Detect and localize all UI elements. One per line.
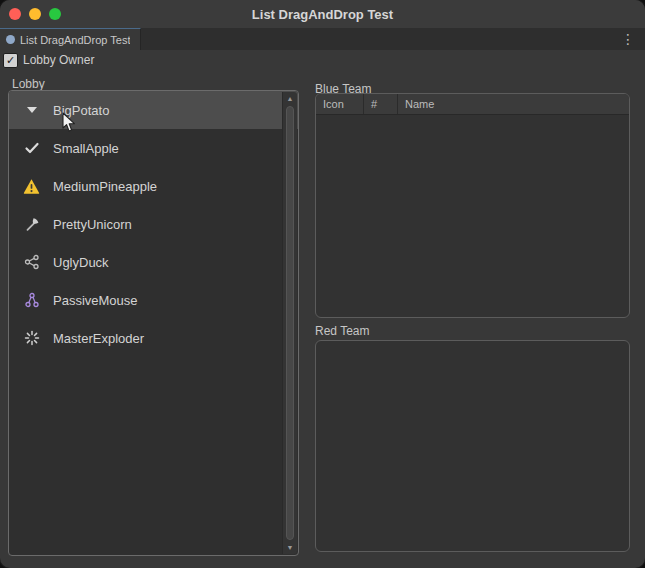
column-header-number[interactable]: # xyxy=(364,94,398,114)
list-item[interactable]: MasterExploder xyxy=(9,319,298,357)
column-header-icon[interactable]: Icon xyxy=(316,94,364,114)
lobby-section-label: Lobby xyxy=(12,77,45,91)
lobby-owner-label: Lobby Owner xyxy=(23,53,94,67)
lobby-owner-row: ✓ Lobby Owner xyxy=(3,50,94,70)
tab-icon xyxy=(6,35,15,44)
list-item-label: PassiveMouse xyxy=(53,293,138,308)
scrollbar-thumb[interactable] xyxy=(286,106,294,540)
red-team-label: Red Team xyxy=(315,324,369,338)
scroll-up-icon[interactable]: ▲ xyxy=(283,92,297,105)
close-button[interactable] xyxy=(9,8,21,20)
tab-bar: List DragAndDrop Test ⋮ xyxy=(0,28,645,50)
list-item-label: PrettyUnicorn xyxy=(53,217,132,232)
list-item[interactable]: PrettyUnicorn xyxy=(9,205,298,243)
vertical-scrollbar[interactable]: ▲ ▼ xyxy=(282,92,297,554)
window-title: List DragAndDrop Test xyxy=(252,7,393,22)
checkmark-icon xyxy=(23,140,40,157)
titlebar: List DragAndDrop Test xyxy=(0,0,645,29)
traffic-lights xyxy=(9,8,61,20)
warning-icon xyxy=(23,178,40,195)
tab-menu-button[interactable]: ⋮ xyxy=(621,28,635,50)
blue-team-header-row: Icon # Name xyxy=(316,94,629,115)
list-item[interactable]: PassiveMouse xyxy=(9,281,298,319)
scroll-down-icon[interactable]: ▼ xyxy=(283,541,297,554)
column-header-name[interactable]: Name xyxy=(398,94,629,114)
list-item-label: UglyDuck xyxy=(53,255,109,270)
tab-label: List DragAndDrop Test xyxy=(20,34,130,46)
minimize-button[interactable] xyxy=(29,8,41,20)
list-item-label: MediumPineapple xyxy=(53,179,157,194)
lobby-owner-checkbox[interactable]: ✓ xyxy=(3,53,18,68)
nodes-purple-icon xyxy=(23,292,40,309)
list-item[interactable]: MediumPineapple xyxy=(9,167,298,205)
dropdown-triangle-icon xyxy=(23,102,40,119)
nodes-icon xyxy=(23,254,40,271)
list-item-label: MasterExploder xyxy=(53,331,144,346)
tab-list-draganddrop-test[interactable]: List DragAndDrop Test xyxy=(0,28,141,50)
app-window: List DragAndDrop Test List DragAndDrop T… xyxy=(0,0,645,568)
list-item-label: SmallApple xyxy=(53,141,119,156)
list-item[interactable]: SmallApple xyxy=(9,129,298,167)
list-item-label: BigPotato xyxy=(53,103,109,118)
maximize-button[interactable] xyxy=(49,8,61,20)
lobby-list: BigPotato SmallApple MediumPineapple xyxy=(8,90,299,556)
blue-team-dropzone[interactable]: Icon # Name xyxy=(315,93,630,318)
list-item[interactable]: UglyDuck xyxy=(9,243,298,281)
red-team-dropzone[interactable] xyxy=(315,340,630,552)
axe-icon xyxy=(23,216,40,233)
burst-icon xyxy=(23,330,40,347)
list-item[interactable]: BigPotato xyxy=(9,91,298,129)
